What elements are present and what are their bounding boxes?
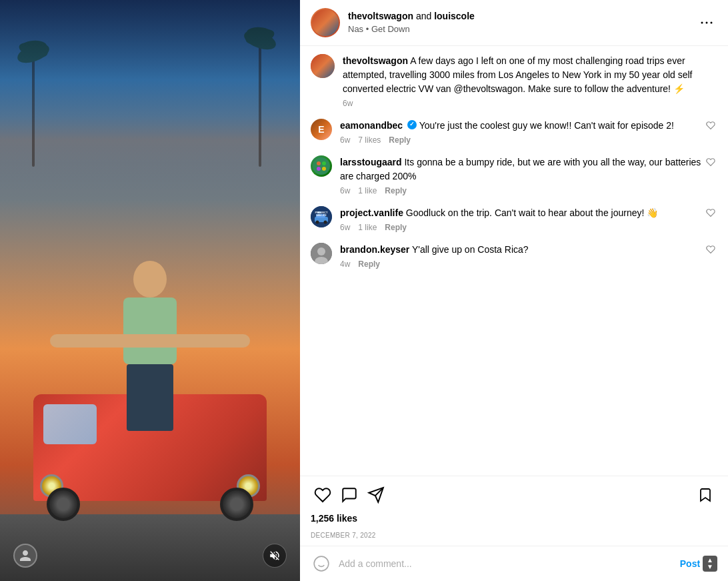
comment-row: PROJECT VAN LIFE project.vanlife Goodluc… xyxy=(311,206,717,232)
header-avatar[interactable] xyxy=(311,8,340,37)
comment-likes: 7 likes xyxy=(358,135,381,145)
caption-text: thevoltswagon A few days ago I left on o… xyxy=(343,54,717,96)
username2[interactable]: louiscole xyxy=(434,11,475,21)
caption-time: 6w xyxy=(343,99,353,108)
commenter-name[interactable]: brandon.keyser xyxy=(340,244,409,255)
comment-time: 6w xyxy=(340,186,350,195)
comment-likes: 1 like xyxy=(358,223,377,232)
commenter-name[interactable]: project.vanlife xyxy=(340,207,403,218)
header-info: thevoltswagon and louiscole Nas • Get Do… xyxy=(348,10,696,35)
comment-text: brandon.keyser Y'all give up on Costa Ri… xyxy=(340,243,704,257)
comment-button[interactable] xyxy=(337,483,361,507)
scroll-control[interactable]: ▲ ▼ xyxy=(703,556,717,572)
comment-row: brandon.keyser Y'all give up on Costa Ri… xyxy=(311,243,717,269)
more-options-button[interactable] xyxy=(696,12,717,33)
commenter-name[interactable]: larsstougaard xyxy=(340,157,402,167)
post-comment-button[interactable]: Post xyxy=(675,558,700,569)
reply-button[interactable]: Reply xyxy=(385,223,407,232)
comment-content: project.vanlife Goodluck on the trip. Ca… xyxy=(340,206,704,232)
heart-icon xyxy=(706,208,715,217)
save-button[interactable] xyxy=(693,483,717,507)
comment-content: eamonandbec You're just the coolest guy … xyxy=(340,119,704,145)
comment-avatar-project[interactable]: PROJECT VAN LIFE xyxy=(311,206,332,227)
comment-input-row: Post ▲ ▼ xyxy=(300,546,728,581)
svg-point-19 xyxy=(316,221,319,224)
like-comment-button[interactable] xyxy=(704,206,717,219)
svg-point-8 xyxy=(701,22,703,24)
comment-time: 6w xyxy=(340,223,350,232)
viewer-avatar[interactable] xyxy=(13,544,37,568)
caption-content: thevoltswagon A few days ago I left on o… xyxy=(343,54,717,108)
svg-point-11 xyxy=(313,157,330,175)
comment-meta: 4w Reply xyxy=(340,259,704,269)
conjunction: and xyxy=(416,11,434,21)
share-button[interactable] xyxy=(364,483,388,507)
caption-row: thevoltswagon A few days ago I left on o… xyxy=(311,54,717,108)
post-date: DECEMBER 7, 2022 xyxy=(300,528,728,546)
comment-text: larsstougaard Its gonna be a bumpy ride,… xyxy=(340,155,704,183)
more-icon xyxy=(699,15,715,31)
reply-button[interactable]: Reply xyxy=(385,186,407,195)
heart-icon xyxy=(706,245,715,254)
comment-meta: 6w 7 likes Reply xyxy=(340,135,704,145)
post-date-text: DECEMBER 7, 2022 xyxy=(311,532,376,539)
emoji-button[interactable] xyxy=(311,553,332,574)
comments-area[interactable]: thevoltswagon A few days ago I left on o… xyxy=(300,46,728,476)
mute-button[interactable] xyxy=(263,544,287,568)
comment-row-inner: brandon.keyser Y'all give up on Costa Ri… xyxy=(340,243,717,269)
svg-point-20 xyxy=(324,221,327,224)
scroll-down-icon[interactable]: ▼ xyxy=(707,564,713,570)
comment-avatar-lars[interactable] xyxy=(311,155,332,177)
comment-row: E eamonandbec You're just the coolest gu… xyxy=(311,119,717,145)
bookmark-action-icon xyxy=(697,487,713,503)
comment-likes: 1 like xyxy=(358,186,377,195)
svg-point-14 xyxy=(317,167,321,171)
person-figure xyxy=(90,261,210,474)
heart-icon xyxy=(706,121,715,130)
username1[interactable]: thevoltswagon xyxy=(348,11,413,21)
comment-time: 4w xyxy=(340,259,350,269)
commenter-name[interactable]: eamonandbec xyxy=(340,120,403,131)
comment-meta: 6w 1 like Reply xyxy=(340,223,704,232)
share-action-icon xyxy=(367,486,385,504)
comment-body: You're just the coolest guy we know!! Ca… xyxy=(419,120,674,131)
comment-input[interactable] xyxy=(339,558,675,569)
lars-avatar-icon xyxy=(313,157,330,175)
comment-meta: 6w 1 like Reply xyxy=(340,186,704,195)
comment-text: project.vanlife Goodluck on the trip. Ca… xyxy=(340,206,704,220)
comment-action-icon xyxy=(341,486,358,504)
comment-text: eamonandbec You're just the coolest guy … xyxy=(340,119,704,133)
like-button[interactable] xyxy=(311,483,335,507)
comment-body: Y'all give up on Costa Rica? xyxy=(412,244,529,255)
comment-row: larsstougaard Its gonna be a bumpy ride,… xyxy=(311,155,717,195)
action-bar xyxy=(300,476,728,512)
heart-icon xyxy=(706,157,715,167)
user-icon xyxy=(19,549,32,562)
reply-button[interactable]: Reply xyxy=(358,259,380,269)
caption-avatar[interactable] xyxy=(311,54,335,78)
reply-button[interactable]: Reply xyxy=(389,135,411,145)
verified-badge-icon xyxy=(407,120,417,129)
likes-section: 1,256 likes xyxy=(300,512,728,528)
caption-author[interactable]: thevoltswagon xyxy=(343,55,408,66)
svg-point-12 xyxy=(317,161,321,165)
brandon-avatar-icon xyxy=(311,243,332,264)
likes-count[interactable]: 1,256 likes xyxy=(311,513,357,524)
like-comment-button[interactable] xyxy=(704,243,717,256)
header-usernames: thevoltswagon and louiscole xyxy=(348,10,696,23)
svg-rect-4 xyxy=(259,40,261,167)
svg-point-13 xyxy=(322,161,326,165)
emoji-icon xyxy=(313,555,330,572)
svg-point-29 xyxy=(314,556,329,571)
header-subtitle: Nas • Get Down xyxy=(348,23,696,35)
comment-avatar-eamon[interactable]: E xyxy=(311,119,332,140)
comment-time: 6w xyxy=(340,135,350,145)
like-comment-button[interactable] xyxy=(704,119,717,132)
comment-row-inner: project.vanlife Goodluck on the trip. Ca… xyxy=(340,206,717,232)
palm-right-icon xyxy=(240,0,280,167)
comment-body: Goodluck on the trip. Can't wait to hear… xyxy=(406,207,658,218)
comment-avatar-brandon[interactable] xyxy=(311,243,332,264)
comment-row-inner: eamonandbec You're just the coolest guy … xyxy=(340,119,717,145)
comment-content: larsstougaard Its gonna be a bumpy ride,… xyxy=(340,155,704,195)
like-comment-button[interactable] xyxy=(704,155,717,169)
